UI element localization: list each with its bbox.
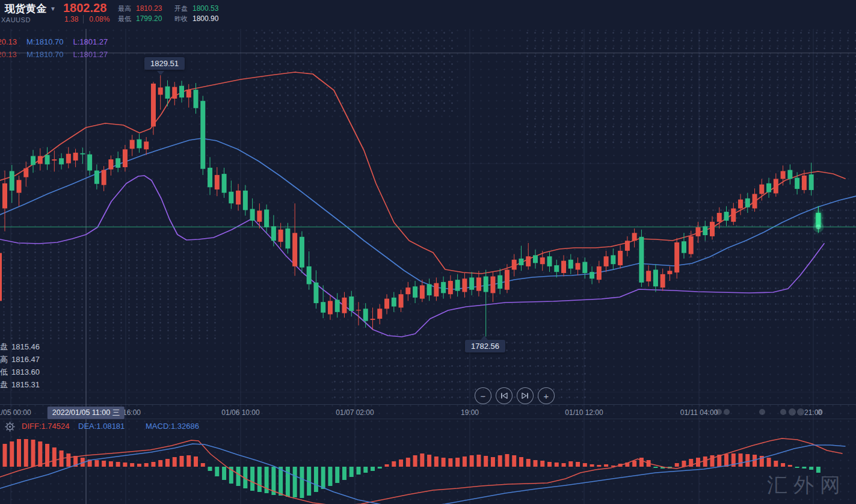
time-axis-label: 01/06 10:00 (221, 408, 259, 417)
stat-high: 最高1810.23 (118, 4, 162, 13)
minus-icon: − (481, 391, 486, 401)
boll-low: L:1801.27 (73, 50, 108, 59)
candlestick-macd-chart (0, 0, 856, 504)
macd-macd-value: MACD:1.32686 (146, 422, 199, 431)
time-axis-label: 01/10 12:00 (565, 408, 603, 417)
stat-low: 最低1799.20 (118, 14, 162, 23)
instrument-name: 现货黄金 (5, 3, 47, 14)
time-axis-label: 01/05 00:00 (0, 408, 31, 417)
hover-high: 最高1816.47 (0, 353, 40, 366)
dot-texture-patch (0, 241, 217, 343)
instrument-title[interactable]: 现货黄金▼ (5, 2, 56, 16)
boll-values-row-1: H:1820.13M:1810.70L:1801.27 (0, 37, 117, 46)
axis-separator-top (0, 404, 856, 405)
ohlc-value: 1816.47 (11, 355, 40, 364)
ohlc-label: 最低 (0, 367, 8, 376)
low-tooltip-pointer (481, 336, 488, 340)
axis-decoration-dot (716, 409, 722, 415)
hover-close: 收盘1815.31 (0, 378, 40, 391)
zoom-in-button[interactable]: + (538, 387, 555, 404)
ohlc-label: 开盘 (0, 342, 8, 351)
time-axis-label: 01/11 04:00 (680, 408, 718, 417)
skip-forward-icon (522, 392, 529, 399)
dot-texture (0, 26, 856, 504)
axis-separator-bottom (0, 419, 856, 419)
zoom-out-button[interactable]: − (475, 387, 491, 404)
ohlc-label: 最高 (0, 355, 8, 364)
boll-high: H:1820.13 (0, 37, 17, 46)
stat-label: 最低 (118, 15, 131, 22)
hover-ohlc-panel: 开盘1815.46 最高1816.47 最低1813.60 收盘1815.31 (0, 340, 40, 391)
price-change-pct: 0.08% (83, 15, 109, 23)
time-axis-label: 19:00 (461, 408, 479, 417)
skip-back-icon (500, 392, 508, 399)
macd-diff-value: DIFF:1.74524 (22, 422, 70, 431)
axis-decoration-dot (780, 409, 786, 415)
time-axis-label: 01/07 02:00 (336, 408, 374, 417)
watermark: 汇外网 (767, 472, 846, 499)
gear-icon[interactable] (5, 422, 15, 432)
high-tooltip-pointer (157, 71, 164, 75)
axis-decoration-dot (797, 408, 804, 416)
price-change: 1.38 (64, 15, 78, 23)
axis-decoration-dot (817, 409, 823, 415)
stat-open: 开盘1800.53 (174, 4, 218, 13)
skip-back-button[interactable] (496, 387, 513, 404)
axis-decoration-dot (789, 408, 796, 416)
crosshair-time-label: 2022/01/05 11:00 三 (48, 407, 125, 419)
low-price-tooltip: 1782.56 (465, 340, 505, 352)
stat-value: 1810.23 (136, 4, 162, 13)
dot-texture-patch (253, 29, 457, 113)
last-price: 1802.28 (63, 1, 106, 15)
hover-open: 开盘1815.46 (0, 340, 40, 353)
boll-mid: M:1810.70 (26, 37, 63, 46)
ohlc-value: 1813.60 (11, 367, 40, 376)
dot-texture-patch (686, 198, 856, 325)
chevron-down-icon: ▼ (50, 5, 56, 12)
chart-area[interactable]: 现货黄金▼ XAUUSD 1802.28 1.380.08% 最高1810.23… (0, 0, 856, 504)
boll-mid: M:1810.70 (26, 50, 63, 59)
boll-values-row-2: H:1820.13M:1810.70L:1801.27 (0, 50, 117, 59)
instrument-symbol: XAUUSD (1, 16, 31, 23)
boll-low: L:1801.27 (73, 37, 108, 46)
stat-value: 1799.20 (136, 14, 162, 23)
ohlc-value: 1815.46 (11, 342, 40, 351)
chart-nav-controls: − + (475, 387, 555, 404)
skip-forward-button[interactable] (517, 387, 534, 404)
stat-prev-close: 昨收1800.90 (174, 14, 218, 23)
stat-value: 1800.53 (192, 4, 218, 13)
plus-icon: + (544, 391, 549, 401)
ohlc-label: 收盘 (0, 380, 8, 389)
axis-decoration-dot (759, 409, 765, 415)
stat-label: 开盘 (174, 5, 188, 12)
stat-value: 1800.90 (192, 14, 218, 23)
boll-high: H:1820.13 (0, 50, 17, 59)
time-axis-label: 16:00 (123, 408, 141, 417)
hover-low: 最低1813.60 (0, 366, 40, 378)
dot-texture-patch (523, 29, 856, 149)
stat-label: 昨收 (174, 15, 188, 22)
axis-decoration-dot (724, 409, 730, 415)
ohlc-value: 1815.31 (11, 380, 40, 389)
high-price-tooltip: 1829.51 (144, 57, 185, 70)
stat-label: 最高 (118, 5, 131, 12)
macd-dea-value: DEA:1.08181 (78, 422, 125, 431)
price-change-row: 1.380.08% (64, 15, 109, 23)
